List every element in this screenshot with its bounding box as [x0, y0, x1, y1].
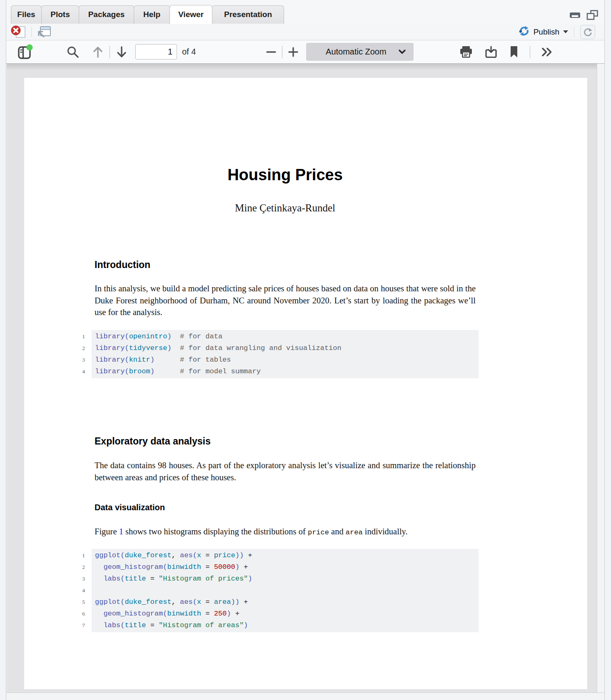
double-chevron-right-icon: [541, 46, 554, 58]
heading-data-visualization: Data visualization: [95, 503, 165, 512]
code-line: 4library(broom) # for model summary: [92, 366, 479, 377]
minimize-pane-icon[interactable]: [569, 12, 581, 19]
tab-files[interactable]: Files: [11, 5, 42, 24]
page-count-label: of 4: [182, 47, 196, 57]
document-title: Housing Prices: [95, 166, 476, 184]
pdfbar-divider-3: [530, 46, 530, 58]
paragraph-eda: The data contains 98 houses. As part of …: [95, 459, 476, 483]
close-viewer-icon[interactable]: [10, 25, 27, 40]
pdfbar-divider-2: [282, 46, 282, 58]
bookmark-button[interactable]: [509, 45, 519, 58]
code-line: 3library(knitr) # for tables: [92, 354, 479, 366]
zoom-in-button[interactable]: [287, 46, 299, 58]
viewer-top-shadow: [7, 64, 597, 70]
code-block-libraries: 1library(openintro) # for data2library(t…: [92, 330, 479, 378]
more-tools-button[interactable]: [541, 46, 554, 58]
publish-dropdown-caret: [563, 30, 568, 33]
pane-window-controls: [569, 10, 604, 24]
page-number-input[interactable]: [135, 44, 177, 60]
code-line: 3 labs(title = "Histogram of prices"): [92, 573, 479, 585]
download-button[interactable]: [484, 45, 498, 59]
pdfbar-right-group: [459, 45, 554, 59]
code-line: 7 labs(title = "Histogram of areas"): [92, 620, 479, 631]
pop-out-window-icon[interactable]: [36, 25, 52, 39]
toolbar2-divider: [31, 27, 32, 37]
pane-tabbar: Files Plots Packages Help Viewer Present…: [6, 5, 604, 24]
refresh-viewer-button[interactable]: [580, 25, 595, 39]
bookmark-icon: [509, 45, 519, 58]
sidebar-toggle-button[interactable]: [17, 44, 33, 60]
pdfbar-divider-1: [110, 46, 110, 58]
refresh-icon: [583, 27, 593, 37]
previous-page-button[interactable]: [91, 44, 105, 60]
arrow-up-icon: [91, 44, 105, 60]
maximize-pane-icon[interactable]: [586, 10, 599, 20]
toolbar2-divider-2: [574, 27, 574, 37]
pdf-toolbar: of 4 Automatic Zoom: [6, 40, 604, 64]
code-line: 6 geom_histogram(binwidth = 250) +: [92, 608, 479, 620]
document-content: Housing Prices Mine Çetinkaya-Rundel Int…: [95, 78, 476, 689]
viewer-toolbar: Publish: [6, 24, 604, 40]
zoom-level-label: Automatic Zoom: [314, 47, 398, 57]
viewer-scrollbar-gutter[interactable]: [597, 64, 604, 693]
code-block-ggplot: 1ggplot(duke_forest, aes(x = price)) +2 …: [92, 549, 479, 632]
code-line: 1library(openintro) # for data: [92, 331, 479, 343]
code-line: 1ggplot(duke_forest, aes(x = price)) +: [92, 550, 479, 561]
publish-button[interactable]: Publish: [519, 25, 568, 38]
document-author: Mine Çetinkaya-Rundel: [95, 202, 476, 214]
tab-help[interactable]: Help: [134, 5, 170, 24]
code-line: 4: [92, 585, 479, 596]
zoom-level-select[interactable]: Automatic Zoom: [306, 43, 414, 61]
code-line: 2 geom_histogram(binwidth = 50000) +: [92, 561, 479, 573]
pdf-viewer-area[interactable]: Housing Prices Mine Çetinkaya-Rundel Int…: [7, 64, 597, 693]
pdf-page: Housing Prices Mine Çetinkaya-Rundel Int…: [24, 78, 587, 689]
zoom-out-button[interactable]: [265, 46, 277, 58]
paragraph-introduction: In this analysis, we build a model predi…: [95, 283, 476, 318]
print-button[interactable]: [459, 45, 473, 58]
print-icon: [459, 45, 473, 58]
sidebar-toggle-icon: [17, 44, 33, 60]
chevron-down-icon: [398, 49, 406, 55]
search-button[interactable]: [66, 45, 80, 59]
plus-icon: [287, 46, 299, 58]
publish-label: Publish: [534, 27, 559, 37]
tab-packages[interactable]: Packages: [79, 5, 134, 24]
publish-icon: [519, 25, 530, 38]
tab-viewer[interactable]: Viewer: [170, 5, 212, 24]
search-icon: [66, 45, 80, 59]
rstudio-viewer-pane: Files Plots Packages Help Viewer Present…: [0, 0, 611, 700]
viewer-bottom-strip: [6, 693, 604, 700]
heading-introduction: Introduction: [95, 259, 150, 271]
paragraph-figure: Figure 1 shows two histograms displaying…: [95, 526, 476, 539]
tab-presentation[interactable]: Presentation: [212, 5, 284, 24]
pane-frame: Files Plots Packages Help Viewer Present…: [6, 0, 605, 700]
tab-plots[interactable]: Plots: [41, 5, 79, 24]
next-page-button[interactable]: [115, 44, 128, 60]
arrow-down-icon: [115, 44, 128, 60]
heading-eda: Exploratory data analysis: [95, 436, 211, 447]
download-icon: [484, 45, 498, 59]
code-line: 2library(tidyverse) # for data wrangling…: [92, 343, 479, 354]
minus-icon: [265, 46, 277, 58]
code-line: 5ggplot(duke_forest, aes(x = area)) +: [92, 596, 479, 608]
